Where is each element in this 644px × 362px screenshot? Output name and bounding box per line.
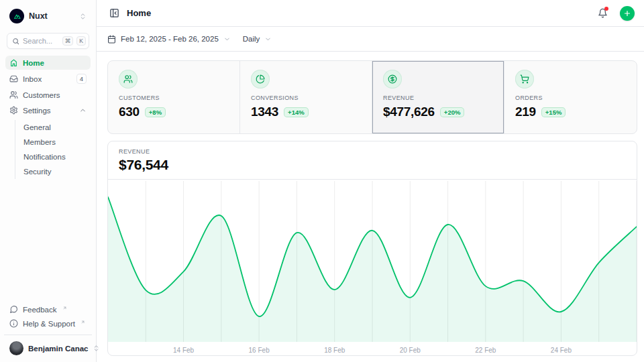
search-input[interactable]: Search... ⌘ K [7, 33, 89, 49]
collapse-sidebar-button[interactable] [107, 5, 121, 22]
users-icon [123, 74, 133, 84]
stat-card-orders[interactable]: ORDERS 219 +15% [504, 61, 637, 133]
cart-icon [520, 74, 529, 84]
search-placeholder: Search... [23, 37, 59, 45]
sidebar-item-label: Customers [23, 91, 87, 99]
svg-text:18 Feb: 18 Feb [324, 347, 345, 354]
plus-icon [623, 9, 631, 17]
inbox-count-badge: 4 [76, 74, 87, 84]
chart-pie-icon [256, 74, 265, 84]
granularity-select[interactable]: Daily [243, 35, 272, 43]
main-area: Home Feb 12, 2025 - Feb 26, 2025 Daily [97, 0, 644, 362]
sidebar-item-customers[interactable]: Customers [5, 88, 91, 102]
info-circle-icon [9, 319, 18, 328]
stat-card-conversions[interactable]: CONVERSIONS 1343 +14% [240, 61, 372, 133]
date-range-label: Feb 12, 2025 - Feb 26, 2025 [121, 35, 219, 43]
sidebar-item-security[interactable]: Security [15, 164, 91, 179]
chevron-down-icon [264, 36, 272, 43]
sidebar-item-label: Settings [23, 107, 74, 115]
sidebar-divider [4, 335, 92, 335]
sidebar-item-general[interactable]: General [15, 120, 91, 135]
users-icon [9, 90, 18, 99]
avatar [9, 341, 23, 355]
chart-metric-label: REVENUE [119, 148, 626, 155]
sidebar-spacer [5, 179, 91, 302]
svg-text:16 Feb: 16 Feb [249, 347, 270, 354]
stats-row: CUSTOMERS 630 +8% CONVERSIONS 1343 +14% [107, 60, 637, 134]
chart-header: REVENUE $76,544 [108, 141, 637, 180]
chevron-up-icon [79, 107, 87, 114]
change-badge: +20% [440, 107, 465, 117]
stat-value: 219 [515, 105, 536, 119]
change-badge: +14% [284, 107, 309, 117]
add-button[interactable] [620, 6, 635, 21]
svg-text:22 Feb: 22 Feb [475, 347, 496, 354]
gear-icon [9, 106, 18, 115]
svg-text:14 Feb: 14 Feb [173, 347, 195, 354]
stat-value: 630 [119, 105, 140, 119]
chart-metric-value: $76,544 [119, 157, 626, 173]
change-badge: +15% [541, 107, 566, 117]
stat-card-revenue[interactable]: REVENUE $477,626 +20% [372, 61, 504, 133]
home-icon [9, 58, 18, 67]
help-support-label: Help & Support [23, 320, 75, 328]
revenue-area-chart: 14 Feb16 Feb18 Feb20 Feb22 Feb24 Feb [108, 180, 637, 355]
user-name: Benjamin Canac [28, 345, 88, 353]
inbox-icon [9, 74, 18, 83]
chart-plot-area[interactable]: 14 Feb16 Feb18 Feb20 Feb22 Feb24 Feb [108, 180, 637, 355]
user-menu[interactable]: Benjamin Canac [5, 339, 91, 358]
settings-sub-list: General Members Notifications Security [15, 120, 91, 179]
app-window: Nuxt Search... ⌘ K Home Inbox 4 [0, 0, 644, 362]
sidebar-nav: Home Inbox 4 Customers Settings General [5, 56, 91, 179]
stat-label: CUSTOMERS [119, 95, 229, 101]
workspace-switcher[interactable]: Nuxt [5, 5, 91, 27]
external-link-icon [62, 304, 67, 312]
svg-text:24 Feb: 24 Feb [551, 347, 572, 354]
notification-dot [604, 7, 608, 11]
feedback-link[interactable]: Feedback [5, 302, 91, 316]
feedback-label: Feedback [23, 306, 57, 314]
sidebar-item-home[interactable]: Home [5, 56, 91, 70]
sidebar-item-notifications[interactable]: Notifications [15, 149, 91, 164]
filters-toolbar: Feb 12, 2025 - Feb 26, 2025 Daily [97, 27, 644, 52]
stat-label: ORDERS [515, 95, 626, 101]
search-icon [12, 38, 19, 45]
chat-bubble-icon [9, 305, 18, 314]
revenue-chart-card: REVENUE $76,544 14 Feb16 Feb18 Feb20 Feb… [107, 141, 637, 356]
kbd-cmd: ⌘ [62, 36, 74, 46]
chevron-down-icon [223, 36, 231, 43]
sidebar-item-members[interactable]: Members [15, 135, 91, 149]
sidebar: Nuxt Search... ⌘ K Home Inbox 4 [0, 0, 97, 362]
chevrons-up-down-icon [79, 13, 87, 20]
date-range-picker[interactable]: Feb 12, 2025 - Feb 26, 2025 [107, 35, 231, 44]
external-link-icon [80, 318, 85, 326]
dashboard-content: CUSTOMERS 630 +8% CONVERSIONS 1343 +14% [97, 52, 644, 362]
panel-left-close-icon [109, 8, 119, 18]
stat-label: REVENUE [383, 95, 493, 101]
page-title: Home [127, 8, 588, 18]
sidebar-item-inbox[interactable]: Inbox 4 [5, 71, 91, 86]
calendar-icon [107, 35, 116, 44]
circle-dollar-icon [388, 74, 397, 84]
granularity-label: Daily [243, 35, 260, 43]
sidebar-item-label: Home [23, 59, 87, 67]
stat-card-customers[interactable]: CUSTOMERS 630 +8% [108, 61, 240, 133]
notifications-button[interactable] [594, 5, 611, 22]
stat-label: CONVERSIONS [251, 95, 361, 101]
svg-text:20 Feb: 20 Feb [400, 347, 421, 354]
stat-value: $477,626 [383, 105, 435, 119]
change-badge: +8% [145, 107, 166, 117]
help-support-link[interactable]: Help & Support [5, 316, 91, 330]
stat-value: 1343 [251, 105, 278, 119]
kbd-k: K [76, 36, 86, 46]
nuxt-logo-icon [9, 9, 24, 23]
sidebar-item-settings[interactable]: Settings [5, 103, 91, 117]
page-header: Home [97, 0, 644, 27]
workspace-name: Nuxt [29, 11, 74, 21]
sidebar-item-label: Inbox [23, 75, 72, 83]
